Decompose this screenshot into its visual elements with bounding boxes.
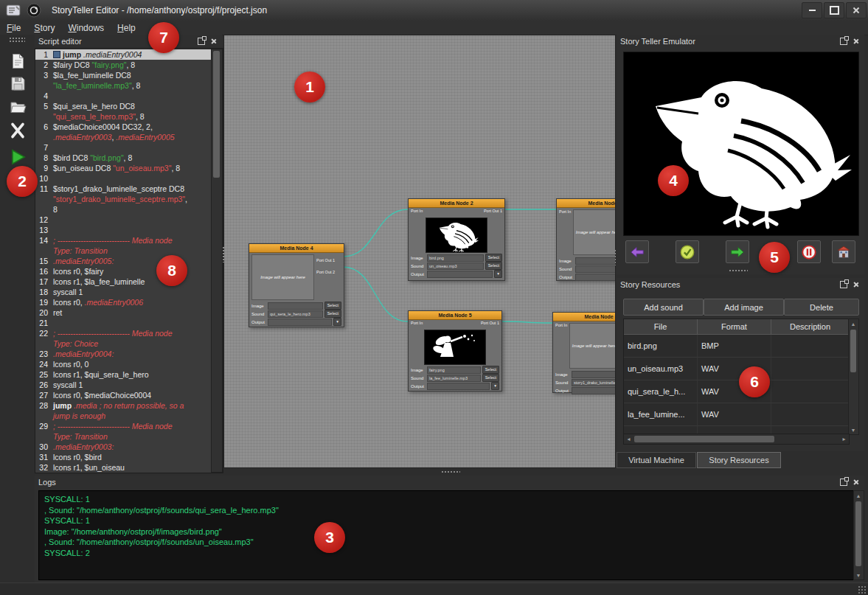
output-combo[interactable]: ▾ (491, 382, 499, 390)
menu-help[interactable]: Help (111, 22, 142, 34)
scroll-right-icon[interactable]: ▸ (839, 434, 849, 444)
port-out[interactable]: Port Out 2 (316, 270, 341, 275)
new-script-button[interactable] (7, 50, 29, 72)
float-panel-icon[interactable] (839, 478, 848, 487)
splitter-left[interactable] (222, 246, 225, 262)
close-panel-icon[interactable] (852, 478, 861, 487)
script-line[interactable]: 28jump .media ; no return possible, so a (35, 400, 212, 411)
select-button[interactable]: Select (482, 374, 499, 382)
media-node[interactable]: Media Node 3Port InImage will appear her… (556, 198, 616, 281)
resources-table[interactable]: FileFormatDescription bird.pngBMPun_oise… (623, 319, 850, 435)
script-line[interactable]: 20ret (35, 307, 212, 318)
tab-virtual-machine[interactable]: Virtual Machine (617, 452, 696, 468)
scrollbar-thumb[interactable] (213, 51, 220, 178)
script-line[interactable]: 14; ---------------------------- Media n… (35, 235, 212, 246)
script-line[interactable]: 3$la_fee_luminelle DC8 (35, 70, 212, 80)
port-in[interactable]: Port In (411, 209, 423, 214)
close-panel-icon[interactable] (209, 37, 218, 46)
table-row[interactable]: bird.pngBMP (624, 335, 849, 358)
tab-story-resources[interactable]: Story Resources (697, 452, 781, 468)
node-field-value[interactable] (427, 271, 493, 278)
select-button[interactable]: Select (324, 310, 341, 318)
back-button[interactable] (625, 240, 649, 263)
node-title[interactable]: Media Node 4 (249, 244, 344, 253)
node-field-value[interactable] (268, 302, 323, 310)
resources-vscrollbar[interactable]: ▲ ▼ (848, 319, 859, 435)
float-panel-icon[interactable] (839, 37, 848, 46)
node-field-value[interactable]: fairy.png (427, 366, 481, 374)
table-row[interactable]: qui_sera_le_h...WAV (624, 380, 849, 403)
resources-hscrollbar[interactable]: ◂ ▸ (623, 434, 850, 445)
splitter-bottom[interactable] (441, 470, 460, 473)
menu-windows[interactable]: Windows (61, 22, 111, 34)
port-in[interactable]: Port In (559, 209, 571, 215)
node-field-value[interactable] (575, 257, 616, 265)
home-button[interactable] (832, 240, 855, 263)
node-graph-canvas[interactable]: Media Node 4Image will appear herePort O… (223, 35, 616, 468)
run-button[interactable] (7, 146, 29, 168)
script-line[interactable]: .mediaEntry0003, .mediaEntry0005 (35, 132, 212, 142)
node-title[interactable]: Media Node 3 (557, 199, 616, 208)
forward-button[interactable] (726, 240, 749, 263)
save-button[interactable] (7, 72, 29, 94)
scroll-down-icon[interactable]: ▼ (854, 571, 863, 580)
script-line[interactable]: 24lcons r0, 0 (35, 359, 212, 369)
script-line[interactable]: Type: Choice (35, 338, 212, 349)
close-button[interactable] (846, 2, 867, 18)
script-line[interactable]: "la_fee_luminelle.mp3", 8 (35, 80, 212, 91)
logs-scrollbar[interactable]: ▲ ▼ (853, 490, 864, 580)
node-field-value[interactable]: qui_sera_le_hero.mp3 (268, 310, 323, 318)
script-line[interactable]: 18syscall 1 (35, 287, 212, 297)
close-panel-icon[interactable] (852, 280, 861, 289)
delete-button[interactable]: Delete (784, 299, 859, 316)
scroll-down-icon[interactable]: ▼ (849, 425, 858, 434)
node-field-value[interactable]: story1_drako_luminelle_sceptre.mp3 (572, 379, 616, 386)
script-line[interactable]: 32lcons r1, $un_oiseau (35, 462, 212, 473)
node-field-value[interactable] (572, 371, 616, 378)
port-in[interactable]: Port In (555, 323, 567, 328)
media-node[interactable]: Media Node 2Port InPort Out 1Imagebird.p… (408, 198, 505, 281)
port-out[interactable]: Port Out 1 (481, 321, 499, 326)
scrollbar-thumb[interactable] (850, 330, 856, 372)
add-sound-button[interactable]: Add sound (623, 299, 704, 316)
media-node[interactable]: Media Node 6Port InImage will appear her… (552, 312, 616, 393)
table-row[interactable]: la_fee_lumine...WAV (624, 403, 849, 426)
script-line[interactable]: Type: Transition (35, 431, 212, 442)
output-combo[interactable]: ▾ (333, 318, 341, 326)
node-title[interactable]: Media Node 2 (409, 199, 504, 208)
node-field-value[interactable] (575, 274, 616, 281)
node-title[interactable]: Media Node 6 (553, 313, 616, 321)
scroll-up-icon[interactable]: ▲ (854, 491, 863, 500)
float-panel-icon[interactable] (197, 37, 206, 46)
titlebar[interactable]: StoryTeller Editor - /home/anthony/ostpr… (0, 0, 868, 21)
script-line[interactable]: 13 (35, 225, 212, 235)
script-line[interactable]: 19lcons r0, .mediaEntry0006 (35, 297, 212, 307)
script-line[interactable]: 1jump .mediaEntry0004 (35, 49, 212, 60)
select-button[interactable]: Select (485, 262, 502, 270)
add-image-button[interactable]: Add image (704, 299, 784, 316)
node-field-value[interactable] (427, 383, 490, 390)
script-line[interactable]: "story1_drako_luminelle_sceptre.mp3", (35, 194, 212, 204)
select-button[interactable]: Select (485, 254, 502, 262)
float-panel-icon[interactable] (839, 280, 848, 289)
menu-file[interactable]: File (0, 22, 27, 34)
script-line[interactable]: Type: Transition (35, 246, 212, 256)
script-scrollbar[interactable] (211, 49, 223, 473)
select-button[interactable]: Select (482, 366, 499, 374)
script-line[interactable]: 12 (35, 215, 212, 225)
script-line[interactable]: 10 (35, 173, 212, 184)
maximize-button[interactable] (824, 2, 844, 18)
node-title[interactable]: Media Node 5 (409, 311, 501, 320)
column-header[interactable]: Format (698, 319, 771, 334)
script-line[interactable]: 17lcons r1, $la_fee_luminelle (35, 276, 212, 287)
script-line[interactable]: 8 (35, 204, 212, 215)
menu-story[interactable]: Story (27, 22, 61, 34)
script-line[interactable]: 11$story1_drako_luminelle_sceptre DC8 (35, 184, 212, 194)
scrollbar-thumb[interactable] (634, 436, 774, 442)
scroll-left-icon[interactable]: ◂ (624, 434, 633, 444)
splitter-emulator[interactable] (729, 269, 748, 272)
script-line[interactable]: 30.mediaEntry0003: (35, 442, 212, 452)
script-line[interactable]: 2$fairy DC8 "fairy.png", 8 (35, 60, 212, 70)
script-line[interactable]: 4 (35, 91, 212, 101)
script-line[interactable]: 5$qui_sera_le_hero DC8 (35, 101, 212, 111)
